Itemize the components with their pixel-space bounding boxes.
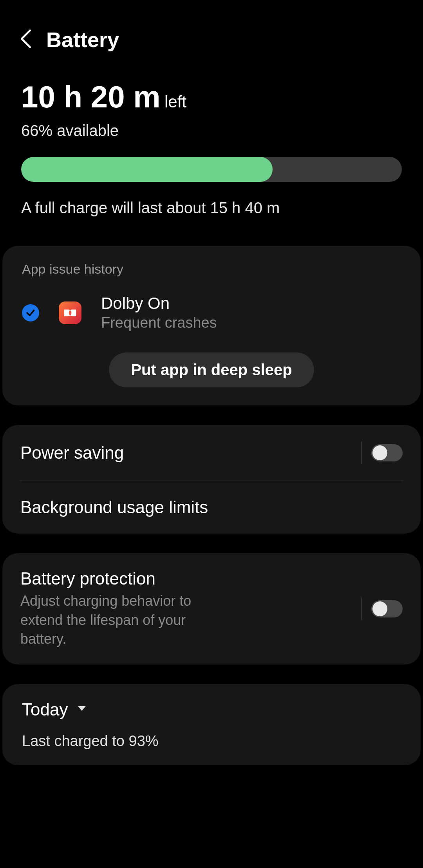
- pct-available: 66% available: [21, 122, 402, 140]
- battery-bar: [21, 157, 402, 182]
- app-issue-row[interactable]: Dolby On Frequent crashes: [2, 277, 421, 343]
- last-charged-text: Last charged to 93%: [22, 733, 401, 750]
- full-charge-note: A full charge will last about 15 h 40 m: [21, 199, 402, 217]
- page-title: Battery: [46, 27, 119, 52]
- battery-protection-card[interactable]: Battery protection Adjust charging behav…: [2, 553, 421, 665]
- battery-bar-fill: [21, 157, 273, 182]
- chevron-down-icon: [77, 705, 87, 714]
- app-issue-card: App issue history Dolby On Frequent cras…: [2, 246, 421, 405]
- time-left-value: 10 h 20 m: [21, 80, 161, 114]
- power-saving-label: Power saving: [20, 443, 124, 463]
- bg-usage-limits-label: Background usage limits: [20, 498, 208, 517]
- battery-protection-toggle[interactable]: [371, 600, 403, 617]
- power-saving-toggle[interactable]: [371, 444, 403, 461]
- checkmark-icon[interactable]: [22, 304, 39, 321]
- app-name: Dolby On: [101, 294, 217, 313]
- deep-sleep-button[interactable]: Put app in deep sleep: [109, 352, 314, 387]
- bg-usage-limits-row[interactable]: Background usage limits: [20, 481, 403, 534]
- divider: [362, 441, 362, 464]
- battery-summary: 10 h 20 m left 66% available A full char…: [0, 67, 423, 225]
- battery-protection-sub: Adjust charging behavior to extend the l…: [20, 592, 232, 649]
- power-settings-card: Power saving Background usage limits: [2, 425, 421, 534]
- back-icon[interactable]: [20, 29, 32, 50]
- dolby-app-icon: [59, 301, 81, 324]
- today-usage-card: Today Last charged to 93%: [2, 684, 421, 765]
- today-label: Today: [22, 700, 68, 719]
- power-saving-row[interactable]: Power saving: [2, 425, 421, 481]
- time-left-suffix: left: [164, 93, 186, 111]
- app-issue-description: Frequent crashes: [101, 314, 217, 331]
- divider: [362, 597, 362, 620]
- app-issue-section-title: App issue history: [2, 261, 421, 277]
- battery-protection-label: Battery protection: [20, 569, 232, 588]
- today-dropdown[interactable]: Today: [22, 700, 401, 719]
